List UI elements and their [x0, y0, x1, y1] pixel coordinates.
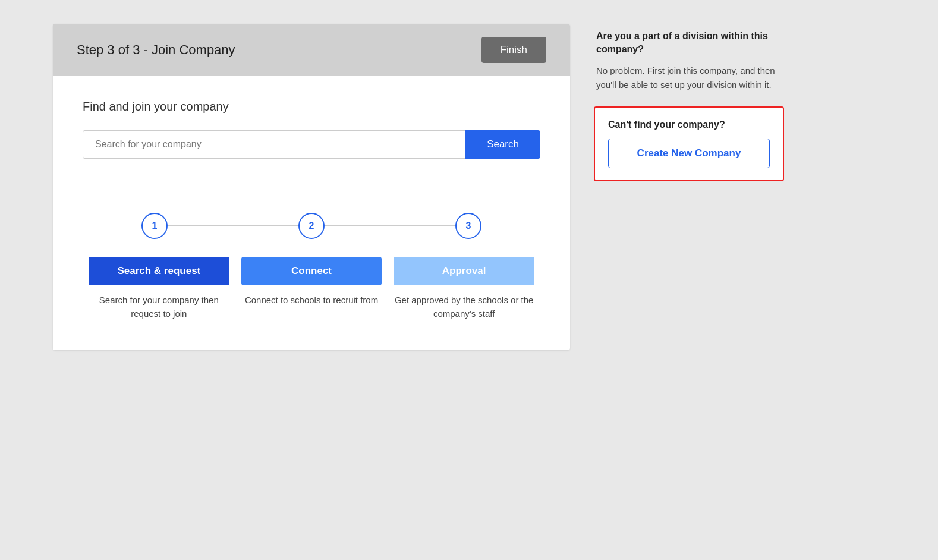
search-row: Search — [83, 130, 540, 159]
search-button[interactable]: Search — [465, 130, 540, 159]
division-desc: No problem. First join this company, and… — [596, 64, 782, 92]
division-title: Are you a part of a division within this… — [596, 30, 782, 56]
finish-button[interactable]: Finish — [481, 37, 546, 63]
divider — [83, 183, 540, 183]
steps-labels-row: Search & request Search for your company… — [89, 257, 534, 320]
step-desc-3: Get approved by the schools or the compa… — [394, 294, 534, 320]
steps-track: 1 2 3 — [89, 213, 534, 239]
step-line-1 — [168, 225, 298, 226]
step-item-1: Search & request Search for your company… — [89, 257, 229, 320]
steps-container: 1 2 3 Search & request Search for yo — [83, 213, 540, 320]
page-wrapper: Step 3 of 3 - Join Company Finish Find a… — [53, 24, 885, 350]
right-sidebar: Are you a part of a division within this… — [594, 24, 784, 181]
step-desc-1: Search for your company then request to … — [89, 294, 229, 320]
page-title: Step 3 of 3 - Join Company — [77, 42, 235, 58]
step-item-2: Connect Connect to schools to recruit fr… — [241, 257, 382, 307]
cant-find-title: Can't find your company? — [608, 119, 770, 130]
cant-find-box: Can't find your company? Create New Comp… — [594, 106, 784, 181]
step-circle-1: 1 — [141, 213, 168, 239]
card-header: Step 3 of 3 - Join Company Finish — [53, 24, 570, 76]
main-card: Step 3 of 3 - Join Company Finish Find a… — [53, 24, 570, 350]
step-item-3: Approval Get approved by the schools or … — [394, 257, 534, 320]
card-body: Find and join your company Search 1 2 — [53, 76, 570, 350]
create-company-button[interactable]: Create New Company — [608, 139, 770, 168]
step-badge-3: Approval — [394, 257, 534, 285]
step-circle-3: 3 — [455, 213, 481, 239]
step-circle-2: 2 — [298, 213, 325, 239]
search-input[interactable] — [83, 130, 465, 159]
step-line-2 — [325, 225, 455, 226]
find-company-title: Find and join your company — [83, 100, 540, 114]
division-info: Are you a part of a division within this… — [594, 30, 784, 92]
step-badge-2: Connect — [241, 257, 382, 285]
step-desc-2: Connect to schools to recruit from — [245, 294, 378, 307]
step-badge-1: Search & request — [89, 257, 229, 285]
